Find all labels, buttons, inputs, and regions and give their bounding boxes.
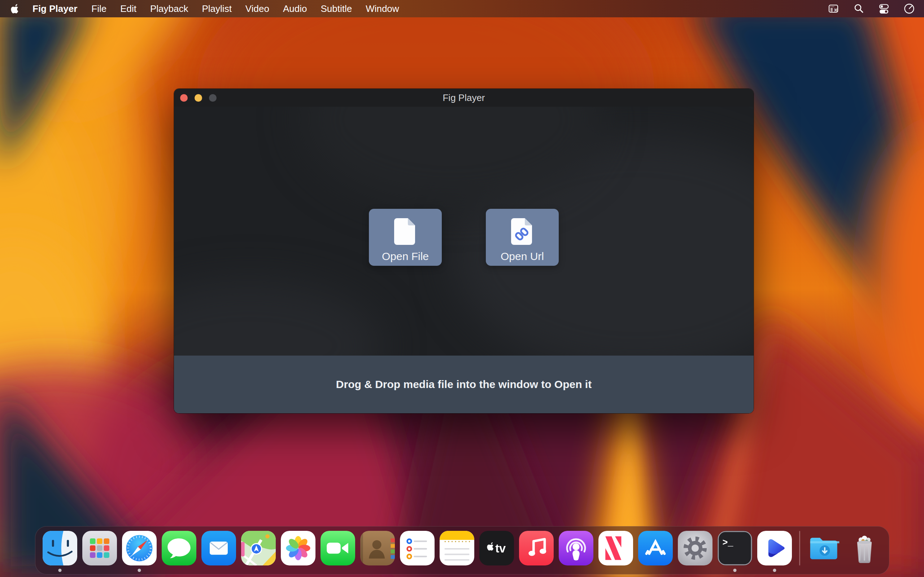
trash-icon: [847, 531, 882, 566]
menu-window[interactable]: Window: [359, 3, 406, 15]
open-url-label: Open Url: [501, 250, 544, 263]
app-store-icon: [638, 531, 673, 566]
menu-playlist[interactable]: Playlist: [195, 3, 239, 15]
svg-text:⌘: ⌘: [834, 8, 838, 13]
dock-item-system-settings[interactable]: [678, 531, 712, 566]
desktop: Fig Player File Edit Playback Playlist V…: [0, 0, 924, 577]
running-indicator: [137, 569, 141, 572]
running-indicator: [733, 569, 736, 572]
maps-icon: [241, 531, 276, 566]
spotlight-search-icon[interactable]: [853, 3, 865, 15]
apple-tv-icon: tv: [479, 531, 514, 566]
window-content-drop-zone: Open File Open Url: [174, 107, 754, 356]
reminders-icon: [400, 531, 435, 566]
open-url-button[interactable]: Open Url: [486, 209, 559, 266]
terminal-icon: >_: [717, 531, 752, 566]
dock-item-finder[interactable]: [43, 531, 77, 566]
dock-separator: [799, 531, 800, 566]
running-indicator: [58, 569, 61, 572]
menu-edit[interactable]: Edit: [113, 3, 143, 15]
mail-icon: [201, 531, 236, 566]
menu-audio[interactable]: Audio: [276, 3, 314, 15]
menu-playback[interactable]: Playback: [143, 3, 195, 15]
dock-item-trash[interactable]: [847, 531, 882, 566]
messages-icon: [162, 531, 196, 566]
dock-item-notes[interactable]: [439, 531, 474, 566]
svg-text:tv: tv: [495, 542, 506, 555]
menu-bar: Fig Player File Edit Playback Playlist V…: [0, 0, 924, 17]
finder-icon: [43, 531, 77, 566]
dock-item-messages[interactable]: [162, 531, 196, 566]
dock-item-tv[interactable]: tv: [479, 531, 514, 566]
apple-menu-icon[interactable]: [11, 3, 20, 14]
dock-item-facetime[interactable]: [320, 531, 355, 566]
clock-icon[interactable]: [903, 3, 915, 15]
open-file-button[interactable]: Open File: [369, 209, 442, 266]
fig-player-window: Fig Player Open File: [174, 89, 754, 413]
menu-file[interactable]: File: [84, 3, 113, 15]
svg-text:>_: >_: [722, 538, 733, 548]
window-titlebar[interactable]: Fig Player: [174, 89, 754, 107]
photos-icon: [281, 531, 315, 566]
dock-item-music[interactable]: [519, 531, 554, 566]
dock: tv: [0, 526, 924, 574]
menubar-app-name[interactable]: Fig Player: [25, 3, 84, 15]
fig-player-icon: [757, 531, 792, 566]
facetime-icon: [320, 531, 355, 566]
dock-item-contacts[interactable]: [360, 531, 395, 566]
dock-item-photos[interactable]: [281, 531, 315, 566]
document-link-icon: [511, 218, 533, 246]
dock-item-podcasts[interactable]: [559, 531, 593, 566]
safari-icon: [122, 531, 157, 566]
dock-item-safari[interactable]: [122, 531, 157, 566]
system-settings-icon: [678, 531, 712, 566]
running-indicator: [773, 569, 776, 572]
launchpad-icon: [82, 531, 117, 566]
dock-item-mail[interactable]: [201, 531, 236, 566]
menu-video[interactable]: Video: [239, 3, 276, 15]
dock-item-news[interactable]: [598, 531, 633, 566]
contacts-icon: [360, 531, 395, 566]
music-icon: [519, 531, 554, 566]
notes-icon: [439, 531, 474, 566]
dock-item-launchpad[interactable]: [82, 531, 117, 566]
dock-item-terminal[interactable]: >_: [717, 531, 752, 566]
dock-item-app-store[interactable]: [638, 531, 673, 566]
dock-panel: tv: [35, 526, 889, 574]
open-file-label: Open File: [382, 250, 429, 263]
news-icon: [598, 531, 633, 566]
dock-item-reminders[interactable]: [400, 531, 435, 566]
window-bottom-bar: Drog & Drop media file into the window t…: [174, 356, 754, 413]
dock-item-downloads[interactable]: [808, 531, 842, 566]
keyboard-viewer-icon[interactable]: ⌘: [827, 3, 840, 15]
dock-item-maps[interactable]: [241, 531, 276, 566]
downloads-folder-icon: [808, 531, 842, 566]
document-icon: [394, 218, 417, 246]
menu-subtitle[interactable]: Subtitle: [313, 3, 359, 15]
drop-hint-text: Drog & Drop media file into the window t…: [336, 378, 591, 390]
control-center-icon[interactable]: [878, 3, 890, 15]
window-title: Fig Player: [174, 92, 754, 103]
dock-item-fig-player[interactable]: [757, 531, 792, 566]
podcasts-icon: [559, 531, 593, 566]
